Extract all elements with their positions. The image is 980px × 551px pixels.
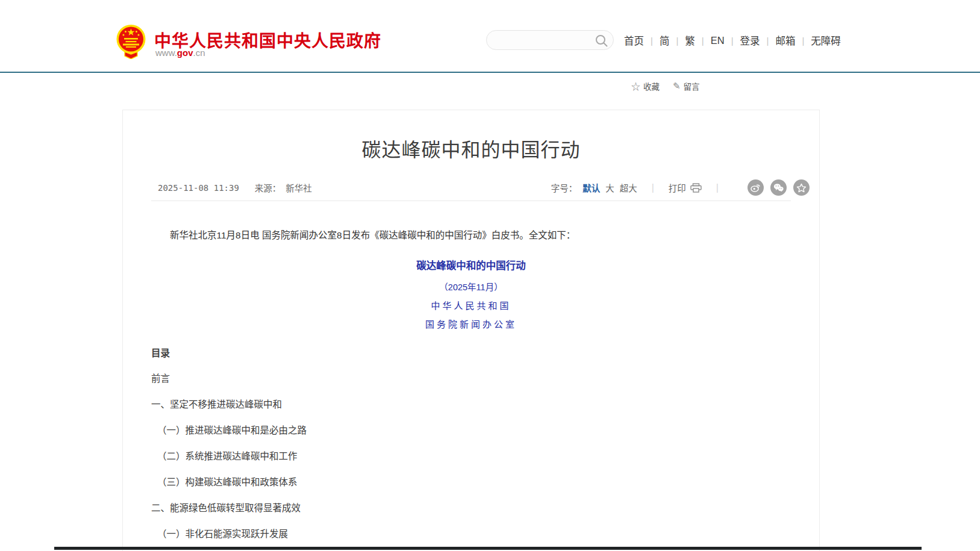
toc-heading: 目录 xyxy=(151,346,819,359)
source-name: 新华社 xyxy=(286,181,312,194)
nav-accessibility[interactable]: 无障碍 xyxy=(811,33,841,48)
weibo-share-icon[interactable] xyxy=(747,179,764,196)
print-button[interactable]: 打印 xyxy=(669,181,702,194)
search-box xyxy=(486,30,614,50)
header-divider-line xyxy=(0,72,980,73)
nav-separator: | xyxy=(702,36,704,46)
star-outline-icon: ☆ xyxy=(631,79,640,92)
site-url-www: www. xyxy=(155,48,177,58)
nav-english[interactable]: EN xyxy=(711,35,725,46)
top-nav: 首页| 简| 繁| EN| 登录| 邮箱| 无障碍 xyxy=(624,33,841,48)
meta-divider-line xyxy=(151,201,791,201)
article-container: 碳达峰碳中和的中国行动 2025-11-08 11:39 来源： 新华社 字号：… xyxy=(122,110,820,551)
toc-item-section1-2: （二）系统推进碳达峰碳中和工作 xyxy=(157,450,819,462)
document-date: （2025年11月） xyxy=(123,280,819,293)
fontsize-label: 字号： xyxy=(551,181,578,194)
document-title: 碳达峰碳中和的中国行动 xyxy=(123,258,819,272)
nav-separator: | xyxy=(767,36,769,46)
nav-separator: | xyxy=(651,36,653,46)
pencil-icon: ✎ xyxy=(673,81,681,92)
document-org-line1: 中华人民共和国 xyxy=(123,299,819,311)
search-input[interactable] xyxy=(496,31,593,49)
nav-separator: | xyxy=(802,36,804,46)
article-meta-tools: 字号： 默认 大 超大 | 打印 | xyxy=(551,179,810,196)
nav-separator: | xyxy=(731,36,734,46)
lead-paragraph: 新华社北京11月8日电 国务院新闻办公室8日发布《碳达峰碳中和的中国行动》白皮书… xyxy=(151,229,781,242)
meta-separator: | xyxy=(652,182,654,193)
print-label: 打印 xyxy=(669,181,686,194)
nav-login[interactable]: 登录 xyxy=(740,33,760,48)
wechat-share-icon[interactable] xyxy=(770,179,787,196)
document-org-line2: 国务院新闻办公室 xyxy=(123,317,819,330)
fontsize-xlarge-button[interactable]: 超大 xyxy=(620,181,637,194)
publish-time: 2025-11-08 11:39 xyxy=(158,183,239,193)
printer-icon xyxy=(690,183,702,193)
site-url-gov: gov xyxy=(177,48,193,58)
star-share-icon[interactable] xyxy=(793,179,810,196)
fontsize-large-button[interactable]: 大 xyxy=(605,181,614,194)
search-icon[interactable] xyxy=(595,34,608,47)
toc-item-section1: 一、坚定不移推进碳达峰碳中和 xyxy=(151,399,819,411)
article-title: 碳达峰碳中和的中国行动 xyxy=(123,134,819,162)
site-url: www.gov.cn xyxy=(155,48,205,58)
national-emblem-logo xyxy=(116,24,146,59)
toc-item-preface: 前言 xyxy=(151,373,819,385)
share-icons xyxy=(747,179,810,196)
nav-separator: | xyxy=(676,36,678,46)
toc-item-section1-3: （三）构建碳达峰碳中和政策体系 xyxy=(157,476,819,488)
article-meta-left: 2025-11-08 11:39 来源： 新华社 xyxy=(158,181,312,194)
favorite-button[interactable]: ☆ 收藏 xyxy=(631,79,660,92)
meta-separator: | xyxy=(716,182,719,193)
toc-item-section1-1: （一）推进碳达峰碳中和是必由之路 xyxy=(157,425,819,437)
nav-simplified[interactable]: 简 xyxy=(660,33,670,48)
article-meta-row: 2025-11-08 11:39 来源： 新华社 字号： 默认 大 超大 | 打… xyxy=(123,181,819,195)
message-button[interactable]: ✎ 留言 xyxy=(673,80,700,92)
site-header: 中华人民共和国中央人民政府 www.gov.cn 首页| 简| 繁| EN| 登… xyxy=(0,0,980,72)
nav-mail[interactable]: 邮箱 xyxy=(775,33,795,48)
fontsize-default-button[interactable]: 默认 xyxy=(582,181,600,194)
favorite-label: 收藏 xyxy=(643,80,660,92)
nav-home[interactable]: 首页 xyxy=(624,33,644,48)
site-url-cn: .cn xyxy=(193,48,205,58)
message-label: 留言 xyxy=(684,80,700,92)
source-label: 来源： xyxy=(255,181,281,194)
toc-item-section2: 二、能源绿色低碳转型取得显著成效 xyxy=(151,502,819,514)
toc-item-section2-1: （一）非化石能源实现跃升发展 xyxy=(157,528,819,540)
page-tools: ☆ 收藏 ✎ 留言 xyxy=(631,79,700,92)
bottom-edge-strip xyxy=(54,547,922,550)
nav-traditional[interactable]: 繁 xyxy=(685,33,695,48)
